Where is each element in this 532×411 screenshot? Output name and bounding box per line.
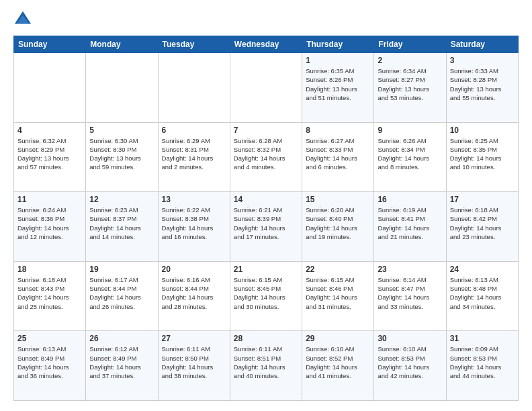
calendar-cell: 7Sunrise: 6:28 AM Sunset: 8:32 PM Daylig… [230, 122, 302, 192]
calendar-cell: 19Sunrise: 6:17 AM Sunset: 8:44 PM Dayli… [86, 261, 158, 331]
calendar-week-row: 1Sunrise: 6:35 AM Sunset: 8:26 PM Daylig… [14, 53, 519, 123]
calendar-week-row: 4Sunrise: 6:32 AM Sunset: 8:29 PM Daylig… [14, 122, 519, 192]
calendar-cell: 28Sunrise: 6:11 AM Sunset: 8:51 PM Dayli… [230, 331, 302, 401]
day-number: 17 [450, 195, 515, 204]
calendar-cell: 27Sunrise: 6:11 AM Sunset: 8:50 PM Dayli… [158, 331, 230, 401]
weekday-header-friday: Friday [374, 36, 446, 53]
day-number: 4 [17, 126, 82, 135]
day-info: Sunrise: 6:22 AM Sunset: 8:38 PM Dayligh… [162, 205, 226, 241]
day-info: Sunrise: 6:30 AM Sunset: 8:30 PM Dayligh… [89, 136, 154, 172]
day-number: 24 [450, 265, 515, 274]
day-number: 12 [89, 195, 154, 204]
day-info: Sunrise: 6:09 AM Sunset: 8:53 PM Dayligh… [450, 345, 515, 380]
calendar-cell [158, 53, 230, 123]
day-number: 31 [450, 334, 515, 343]
logo-icon [13, 10, 32, 29]
calendar-cell [86, 53, 158, 123]
day-info: Sunrise: 6:10 AM Sunset: 8:53 PM Dayligh… [378, 345, 442, 380]
day-info: Sunrise: 6:15 AM Sunset: 8:45 PM Dayligh… [234, 275, 298, 311]
calendar-cell: 4Sunrise: 6:32 AM Sunset: 8:29 PM Daylig… [14, 122, 86, 192]
calendar-cell: 13Sunrise: 6:22 AM Sunset: 8:38 PM Dayli… [158, 192, 230, 262]
day-info: Sunrise: 6:12 AM Sunset: 8:49 PM Dayligh… [89, 345, 154, 380]
day-number: 30 [378, 334, 442, 343]
calendar-week-row: 18Sunrise: 6:18 AM Sunset: 8:43 PM Dayli… [14, 261, 519, 331]
calendar-cell: 12Sunrise: 6:23 AM Sunset: 8:37 PM Dayli… [86, 192, 158, 262]
day-number: 13 [162, 195, 226, 204]
day-info: Sunrise: 6:19 AM Sunset: 8:41 PM Dayligh… [378, 205, 442, 241]
day-info: Sunrise: 6:13 AM Sunset: 8:48 PM Dayligh… [450, 275, 515, 311]
calendar-cell: 15Sunrise: 6:20 AM Sunset: 8:40 PM Dayli… [302, 192, 374, 262]
day-number: 7 [234, 126, 298, 135]
calendar-cell: 21Sunrise: 6:15 AM Sunset: 8:45 PM Dayli… [230, 261, 302, 331]
weekday-header-monday: Monday [86, 36, 158, 53]
calendar-week-row: 11Sunrise: 6:24 AM Sunset: 8:36 PM Dayli… [14, 192, 519, 262]
day-number: 2 [378, 56, 442, 65]
day-number: 27 [162, 334, 226, 343]
calendar-table: SundayMondayTuesdayWednesdayThursdayFrid… [13, 36, 519, 401]
page: SundayMondayTuesdayWednesdayThursdayFrid… [0, 0, 532, 411]
day-info: Sunrise: 6:20 AM Sunset: 8:40 PM Dayligh… [306, 205, 370, 241]
calendar-cell: 14Sunrise: 6:21 AM Sunset: 8:39 PM Dayli… [230, 192, 302, 262]
day-number: 9 [378, 126, 442, 135]
day-info: Sunrise: 6:11 AM Sunset: 8:51 PM Dayligh… [234, 345, 298, 380]
calendar-cell: 3Sunrise: 6:33 AM Sunset: 8:28 PM Daylig… [446, 53, 518, 123]
day-info: Sunrise: 6:27 AM Sunset: 8:33 PM Dayligh… [306, 136, 370, 172]
calendar-cell: 6Sunrise: 6:29 AM Sunset: 8:31 PM Daylig… [158, 122, 230, 192]
day-number: 20 [162, 265, 226, 274]
weekday-header-saturday: Saturday [446, 36, 518, 53]
day-number: 19 [89, 265, 154, 274]
day-number: 6 [162, 126, 226, 135]
weekday-header-wednesday: Wednesday [230, 36, 302, 53]
calendar-cell: 17Sunrise: 6:18 AM Sunset: 8:42 PM Dayli… [446, 192, 518, 262]
weekday-header-thursday: Thursday [302, 36, 374, 53]
calendar-cell: 22Sunrise: 6:15 AM Sunset: 8:46 PM Dayli… [302, 261, 374, 331]
calendar-cell [14, 53, 86, 123]
day-number: 8 [306, 126, 370, 135]
day-number: 28 [234, 334, 298, 343]
calendar-cell: 26Sunrise: 6:12 AM Sunset: 8:49 PM Dayli… [86, 331, 158, 401]
day-info: Sunrise: 6:33 AM Sunset: 8:28 PM Dayligh… [450, 66, 515, 102]
day-info: Sunrise: 6:14 AM Sunset: 8:47 PM Dayligh… [378, 275, 442, 311]
calendar-cell: 10Sunrise: 6:25 AM Sunset: 8:35 PM Dayli… [446, 122, 518, 192]
day-info: Sunrise: 6:34 AM Sunset: 8:27 PM Dayligh… [378, 66, 442, 102]
day-number: 1 [306, 56, 370, 65]
calendar-cell: 30Sunrise: 6:10 AM Sunset: 8:53 PM Dayli… [374, 331, 446, 401]
day-info: Sunrise: 6:11 AM Sunset: 8:50 PM Dayligh… [162, 345, 226, 380]
day-info: Sunrise: 6:23 AM Sunset: 8:37 PM Dayligh… [89, 205, 154, 241]
day-number: 16 [378, 195, 442, 204]
weekday-header-row: SundayMondayTuesdayWednesdayThursdayFrid… [14, 36, 519, 53]
weekday-header-sunday: Sunday [14, 36, 86, 53]
day-number: 14 [234, 195, 298, 204]
day-number: 15 [306, 195, 370, 204]
day-number: 23 [378, 265, 442, 274]
day-number: 21 [234, 265, 298, 274]
day-info: Sunrise: 6:29 AM Sunset: 8:31 PM Dayligh… [162, 136, 226, 172]
calendar-cell: 1Sunrise: 6:35 AM Sunset: 8:26 PM Daylig… [302, 53, 374, 123]
calendar-cell: 18Sunrise: 6:18 AM Sunset: 8:43 PM Dayli… [14, 261, 86, 331]
calendar-cell: 16Sunrise: 6:19 AM Sunset: 8:41 PM Dayli… [374, 192, 446, 262]
day-info: Sunrise: 6:25 AM Sunset: 8:35 PM Dayligh… [450, 136, 515, 172]
day-number: 25 [17, 334, 82, 343]
day-info: Sunrise: 6:13 AM Sunset: 8:49 PM Dayligh… [17, 345, 82, 380]
day-info: Sunrise: 6:21 AM Sunset: 8:39 PM Dayligh… [234, 205, 298, 241]
calendar-cell: 29Sunrise: 6:10 AM Sunset: 8:52 PM Dayli… [302, 331, 374, 401]
calendar-cell: 2Sunrise: 6:34 AM Sunset: 8:27 PM Daylig… [374, 53, 446, 123]
day-number: 5 [89, 126, 154, 135]
calendar-cell: 20Sunrise: 6:16 AM Sunset: 8:44 PM Dayli… [158, 261, 230, 331]
calendar-week-row: 25Sunrise: 6:13 AM Sunset: 8:49 PM Dayli… [14, 331, 519, 401]
calendar-cell: 5Sunrise: 6:30 AM Sunset: 8:30 PM Daylig… [86, 122, 158, 192]
day-info: Sunrise: 6:26 AM Sunset: 8:34 PM Dayligh… [378, 136, 442, 172]
day-info: Sunrise: 6:16 AM Sunset: 8:44 PM Dayligh… [162, 275, 226, 311]
day-info: Sunrise: 6:10 AM Sunset: 8:52 PM Dayligh… [306, 345, 370, 380]
calendar-cell: 24Sunrise: 6:13 AM Sunset: 8:48 PM Dayli… [446, 261, 518, 331]
calendar-cell: 9Sunrise: 6:26 AM Sunset: 8:34 PM Daylig… [374, 122, 446, 192]
day-number: 22 [306, 265, 370, 274]
day-number: 29 [306, 334, 370, 343]
day-info: Sunrise: 6:32 AM Sunset: 8:29 PM Dayligh… [17, 136, 82, 172]
calendar-cell: 8Sunrise: 6:27 AM Sunset: 8:33 PM Daylig… [302, 122, 374, 192]
calendar-cell: 25Sunrise: 6:13 AM Sunset: 8:49 PM Dayli… [14, 331, 86, 401]
calendar-cell: 23Sunrise: 6:14 AM Sunset: 8:47 PM Dayli… [374, 261, 446, 331]
header [13, 10, 519, 29]
day-info: Sunrise: 6:18 AM Sunset: 8:42 PM Dayligh… [450, 205, 515, 241]
day-number: 3 [450, 56, 515, 65]
